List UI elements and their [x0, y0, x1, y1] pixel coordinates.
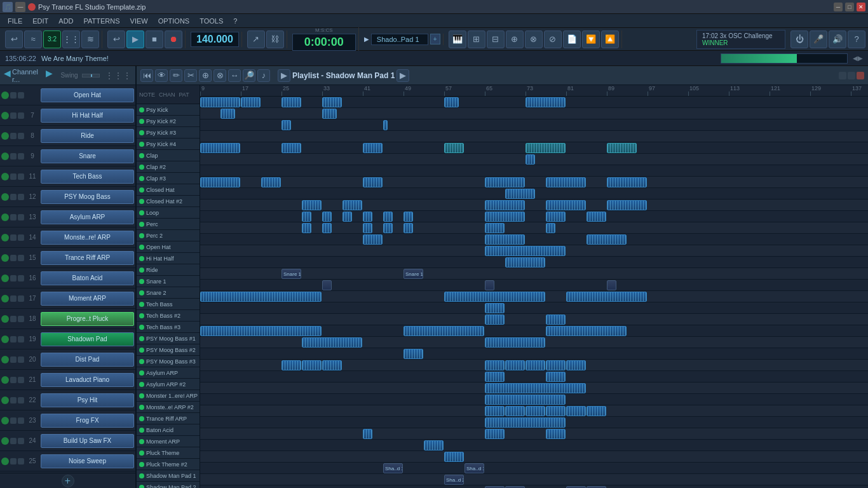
track-name-row[interactable]: Open Hat [137, 241, 200, 253]
track-name-row[interactable]: Asylum ARP #2 [137, 379, 200, 390]
channel-mute-btn[interactable] [10, 336, 17, 342]
channel-solo-btn[interactable] [18, 214, 24, 220]
channel-name-button[interactable]: Moment ARP [41, 292, 134, 306]
track-name-row[interactable]: Shadow Man Pad 1 [137, 470, 200, 482]
channel-row[interactable]: 7Hi Hat Half [0, 105, 135, 126]
channel-solo-btn[interactable] [18, 336, 24, 342]
rewind-button[interactable]: ↩ [107, 30, 125, 48]
channel-mute-btn[interactable] [10, 275, 17, 281]
pattern-block[interactable] [200, 177, 240, 187]
pattern-block[interactable] [322, 360, 342, 370]
channel-mute-btn[interactable] [10, 458, 17, 464]
channel-solo-btn[interactable] [18, 458, 24, 464]
channel-mute-btn[interactable] [10, 356, 17, 363]
pl-maximize[interactable] [848, 72, 855, 79]
pattern-block[interactable] [363, 177, 383, 187]
channel-solo-btn[interactable] [18, 275, 24, 281]
channel-row[interactable]: 15Trance Riff ARP [0, 248, 135, 268]
power-icon[interactable]: ⏻ [790, 30, 808, 48]
pattern-block[interactable]: Snare 1 [281, 269, 301, 279]
pattern-block[interactable] [566, 406, 586, 416]
channel-name-button[interactable]: Snare [41, 149, 134, 163]
pl-icon1[interactable]: 👁 [155, 69, 168, 82]
track-name-row[interactable]: Tech Bass [137, 299, 200, 310]
channel-mute-btn[interactable] [10, 92, 17, 98]
ch-arrow-right[interactable]: ▶ [46, 68, 53, 83]
track-name-row[interactable]: PSY Moog Bass #1 [137, 333, 200, 344]
channel-mute-btn[interactable] [10, 112, 17, 119]
pattern-block[interactable] [302, 200, 322, 210]
pattern-block[interactable]: Snare 1 [403, 269, 423, 279]
menu-options[interactable]: OPTIONS [153, 14, 195, 28]
pl-arrow[interactable]: ▶ [278, 69, 290, 82]
pattern-block[interactable] [383, 223, 393, 233]
pattern-block[interactable] [485, 200, 525, 210]
channel-active-dot[interactable] [1, 295, 9, 302]
track-name-row[interactable]: Trance Riff ARP [137, 413, 200, 424]
track-name-row[interactable]: Clap #3 [137, 173, 200, 184]
track-name-row[interactable]: Closed Hat [137, 184, 200, 196]
pattern-block[interactable] [485, 337, 545, 348]
pattern-block[interactable] [546, 360, 566, 370]
channel-name-button[interactable]: Progre..t Pluck [41, 312, 134, 326]
mic-icon[interactable]: 🎤 [810, 30, 827, 48]
pattern-block[interactable] [302, 223, 311, 233]
pattern-block[interactable] [261, 177, 281, 187]
pattern-block[interactable] [444, 143, 464, 153]
track-name-row[interactable]: Clap #2 [137, 161, 200, 173]
channel-mute-btn[interactable] [10, 234, 17, 241]
channel-name-button[interactable]: Build Up Saw FX [41, 434, 134, 448]
channel-active-dot[interactable] [1, 356, 9, 363]
channel-row[interactable]: 21Lavaduct Piano [0, 370, 135, 390]
pattern-block[interactable] [587, 212, 606, 222]
pattern-block[interactable] [363, 429, 372, 439]
channel-active-dot[interactable] [1, 132, 9, 140]
pattern-block[interactable] [281, 360, 301, 370]
channel-active-dot[interactable] [1, 254, 9, 262]
pattern-block[interactable] [485, 360, 505, 370]
channel-row[interactable]: 9Snare [0, 146, 135, 166]
channel-mute-btn[interactable] [10, 133, 17, 139]
pattern-block[interactable] [505, 360, 525, 370]
channel-solo-btn[interactable] [18, 295, 24, 302]
pl-icon4[interactable]: ⊕ [199, 69, 212, 82]
pattern-block[interactable] [485, 303, 505, 313]
track-name-row[interactable]: Baton Acid [137, 424, 200, 436]
channel-row[interactable]: 25Noise Sweep [0, 451, 135, 471]
pattern-block[interactable] [526, 143, 566, 153]
icon-btn-6[interactable]: ⊘ [544, 30, 562, 48]
channel-name-button[interactable]: Monste..re! ARP [41, 231, 134, 245]
toolbar-btn-1[interactable]: ↩ [5, 30, 23, 48]
pattern-plus[interactable]: + [430, 34, 440, 44]
pattern-block[interactable] [505, 189, 535, 199]
stop-button[interactable]: ■ [146, 30, 163, 48]
channel-mute-btn[interactable] [10, 377, 17, 383]
channel-name-button[interactable]: Ride [41, 129, 134, 143]
channel-solo-btn[interactable] [18, 234, 24, 241]
channel-solo-btn[interactable] [18, 112, 24, 119]
pl-title-arrow[interactable]: ▶ [397, 69, 409, 82]
channel-row[interactable]: 22Psy Hit [0, 390, 135, 410]
pattern-block[interactable] [281, 143, 301, 153]
pattern-block[interactable]: Sha..d 2 [444, 475, 464, 485]
pattern-block[interactable] [363, 223, 372, 233]
pl-icon5[interactable]: ⊗ [214, 69, 226, 82]
channel-mute-btn[interactable] [10, 397, 17, 403]
pattern-block[interactable] [424, 440, 444, 451]
channel-mute-btn[interactable] [10, 214, 17, 220]
pattern-block[interactable] [587, 406, 606, 416]
pattern-block[interactable] [342, 212, 352, 222]
minimize-button[interactable]: ─ [834, 3, 843, 11]
channel-active-dot[interactable] [1, 376, 9, 384]
pattern-block[interactable] [505, 406, 525, 416]
channel-solo-btn[interactable] [18, 153, 24, 159]
pattern-block[interactable] [485, 280, 494, 290]
track-name-row[interactable]: Tech Bass #3 [137, 322, 200, 333]
track-name-row[interactable]: Shadow Man Pad 2 [137, 482, 200, 488]
channel-name-button[interactable]: Dist Pad [41, 353, 134, 367]
pattern-block[interactable] [485, 406, 505, 416]
channel-mute-btn[interactable] [10, 194, 17, 200]
channel-active-dot[interactable] [1, 193, 9, 201]
menu-help[interactable]: ? [228, 14, 242, 28]
pattern-block[interactable] [546, 406, 566, 416]
